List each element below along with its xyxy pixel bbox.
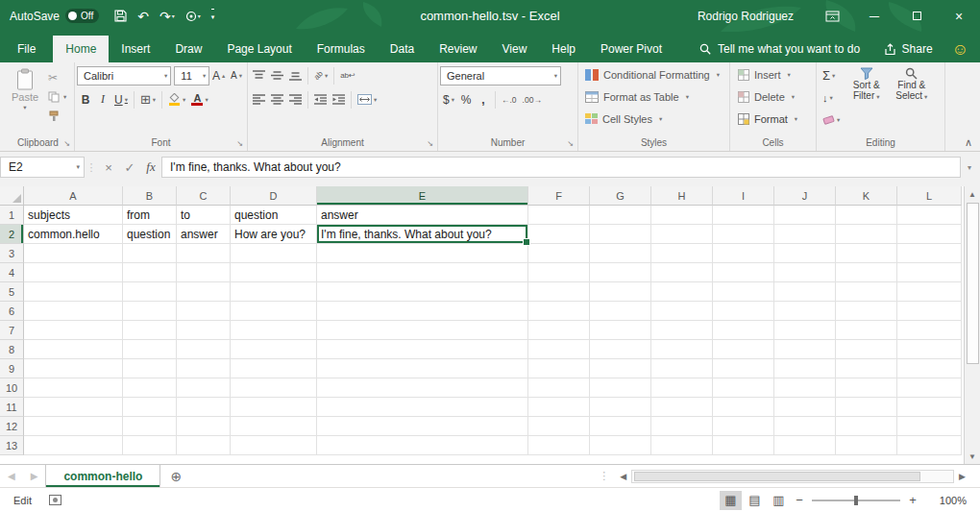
cell-K10[interactable]	[836, 378, 897, 398]
cell-H6[interactable]	[651, 302, 713, 321]
cell-A3[interactable]	[24, 244, 123, 263]
cell-F12[interactable]	[528, 417, 590, 436]
format-cells-button[interactable]: Format ▾	[732, 108, 814, 130]
cell-F13[interactable]	[528, 436, 590, 455]
format-painter-button[interactable]	[46, 107, 68, 126]
redo-button[interactable]: ↷▾	[159, 10, 175, 23]
cell-D11[interactable]	[231, 398, 317, 417]
customize-quick-access-toolbar-button[interactable]: ▾	[211, 9, 215, 24]
zoom-slider[interactable]	[812, 500, 900, 501]
accounting-format-button[interactable]: $▾	[440, 89, 457, 110]
cell-F7[interactable]	[528, 321, 590, 340]
vertical-scrollbar-thumb[interactable]	[967, 203, 979, 364]
clear-button[interactable]: ▾	[819, 109, 844, 131]
cell-B7[interactable]	[123, 321, 177, 340]
cell-L4[interactable]	[897, 263, 962, 282]
tabbar-resize-handle[interactable]: ⋮	[599, 470, 609, 482]
row-header-6[interactable]: 6	[0, 302, 24, 321]
zoom-out-button[interactable]: −	[790, 493, 809, 507]
cell-G13[interactable]	[590, 436, 651, 455]
cell-F1[interactable]	[528, 206, 590, 225]
cancel-entry-button[interactable]: ×	[98, 157, 119, 178]
scroll-left-arrow-icon[interactable]: ◀	[615, 472, 631, 481]
cell-L10[interactable]	[897, 378, 962, 398]
cell-styles-button[interactable]: Cell Styles ▾	[580, 108, 727, 130]
cell-I8[interactable]	[713, 340, 774, 359]
cell-E11[interactable]	[317, 398, 528, 417]
cell-C13[interactable]	[177, 436, 231, 455]
scroll-up-arrow-icon[interactable]: ▲	[965, 186, 980, 202]
cell-B3[interactable]	[123, 244, 177, 263]
underline-button[interactable]: U▾	[111, 89, 131, 110]
scroll-down-arrow-icon[interactable]: ▼	[965, 449, 980, 464]
sheet-tab-common-hello[interactable]: common-hello	[45, 465, 160, 487]
tab-page-layout[interactable]: Page Layout	[214, 36, 304, 62]
cell-I9[interactable]	[713, 359, 774, 378]
row-header-1[interactable]: 1	[0, 206, 24, 225]
delete-cells-button[interactable]: Delete ▾	[732, 85, 814, 108]
number-format-combobox[interactable]: General▾	[440, 66, 561, 85]
cell-L2[interactable]	[897, 225, 962, 244]
cell-K9[interactable]	[836, 359, 897, 378]
cell-D13[interactable]	[231, 436, 317, 455]
copy-button[interactable]: ▾	[46, 87, 68, 107]
name-box[interactable]: E2 ▾	[0, 157, 85, 178]
page-break-preview-button[interactable]: ▥	[768, 491, 790, 510]
cell-D12[interactable]	[231, 417, 317, 436]
confirm-entry-button[interactable]: ✓	[119, 157, 140, 178]
new-sheet-button[interactable]: ⊕	[160, 469, 191, 484]
cell-F4[interactable]	[528, 263, 590, 282]
cell-I10[interactable]	[713, 378, 774, 398]
cell-E3[interactable]	[317, 244, 528, 263]
format-as-table-button[interactable]: Format as Table ▾	[580, 85, 727, 108]
cell-I4[interactable]	[713, 263, 774, 282]
row-header-10[interactable]: 10	[0, 378, 24, 398]
clipboard-dialog-launcher[interactable]: ↘	[61, 138, 72, 149]
cell-D5[interactable]	[231, 282, 317, 302]
user-name[interactable]: Rodrigo Rodriguez	[698, 10, 794, 23]
cell-J3[interactable]	[774, 244, 836, 263]
cell-B1[interactable]: from	[123, 206, 177, 225]
alignment-dialog-launcher[interactable]: ↘	[425, 138, 435, 149]
column-header-F[interactable]: F	[528, 186, 590, 206]
horizontal-scrollbar[interactable]	[631, 470, 954, 483]
cell-J7[interactable]	[774, 321, 836, 340]
cell-A13[interactable]	[24, 436, 123, 455]
fill-color-button[interactable]: ▾	[165, 89, 188, 110]
column-header-B[interactable]: B	[123, 186, 177, 206]
align-left-button[interactable]	[250, 89, 268, 110]
cell-B8[interactable]	[123, 340, 177, 359]
expand-formula-bar-button[interactable]: ▾	[961, 163, 978, 172]
cell-H3[interactable]	[651, 244, 713, 263]
zoom-in-button[interactable]: +	[903, 493, 922, 507]
cell-C6[interactable]	[177, 302, 231, 321]
cell-L7[interactable]	[897, 321, 962, 340]
row-header-12[interactable]: 12	[0, 417, 24, 436]
maximize-button[interactable]	[895, 0, 938, 32]
page-layout-view-button[interactable]: ▤	[744, 491, 766, 510]
cell-G5[interactable]	[590, 282, 651, 302]
cell-E5[interactable]	[317, 282, 528, 302]
column-header-J[interactable]: J	[774, 186, 836, 206]
cell-C11[interactable]	[177, 398, 231, 417]
number-dialog-launcher[interactable]: ↘	[565, 138, 576, 149]
cell-E1[interactable]: answer	[317, 206, 528, 225]
cell-G3[interactable]	[590, 244, 651, 263]
cell-D3[interactable]	[231, 244, 317, 263]
column-header-I[interactable]: I	[713, 186, 774, 206]
row-header-9[interactable]: 9	[0, 359, 24, 378]
column-header-K[interactable]: K	[836, 186, 897, 206]
cell-I6[interactable]	[713, 302, 774, 321]
minimize-button[interactable]: ─	[853, 0, 895, 32]
tab-view[interactable]: View	[490, 36, 540, 62]
cell-E2[interactable]: I'm fine, thanks. What about you?	[317, 225, 528, 244]
cell-I13[interactable]	[713, 436, 774, 455]
zoom-slider-thumb[interactable]	[854, 496, 858, 505]
cell-B13[interactable]	[123, 436, 177, 455]
undo-button[interactable]: ↶	[137, 10, 149, 23]
middle-align-button[interactable]	[268, 65, 286, 85]
borders-button[interactable]: ⊞▾	[137, 89, 159, 110]
cell-C12[interactable]	[177, 417, 231, 436]
bottom-align-button[interactable]	[286, 65, 305, 85]
previous-sheet-arrow-icon[interactable]: ◀	[0, 471, 23, 481]
